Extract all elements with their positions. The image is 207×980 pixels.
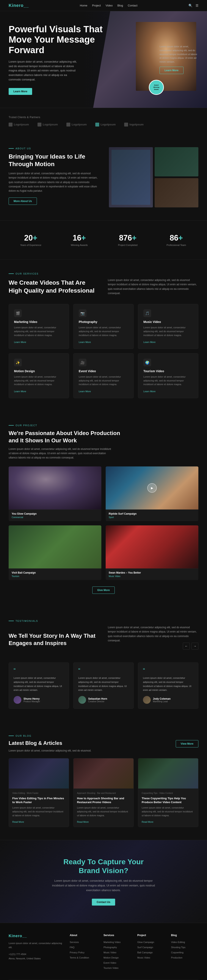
author-avatar-1 xyxy=(14,696,21,704)
testimonials-header: We Tell Your Story In A Way That Engages… xyxy=(9,625,198,654)
blog-readmore-2[interactable]: Read More xyxy=(77,821,88,823)
nav-links: Home Project Video Blog Contact xyxy=(80,4,137,7)
footer-link-faq[interactable]: FAQ xyxy=(70,946,74,948)
service-icon-photo: 📷 xyxy=(79,309,87,317)
hero-learn-more-button[interactable]: Learn More xyxy=(160,67,183,74)
cta-contact-button[interactable]: Contact Us xyxy=(92,899,115,905)
service-link-music[interactable]: Learn More xyxy=(143,341,156,344)
blog-grid: Video Editing · Work Faster Five Video E… xyxy=(9,758,198,827)
client-name-3: Logolpsum xyxy=(72,123,87,126)
stat-number-3: 876+ xyxy=(110,234,146,242)
blog-readmore-1[interactable]: Read More xyxy=(12,821,24,823)
client-name-1: Logolpsum xyxy=(14,123,29,126)
footer-description: Lorem ipsum dolor sit amet, consectetur … xyxy=(9,941,63,949)
blog-readmore-3[interactable]: Read More xyxy=(142,821,153,823)
testimonial-card-2: “ Lorem ipsum dolor sit amet, consectetu… xyxy=(73,662,134,709)
footer-phone: +1(21) 777-4564 xyxy=(9,952,63,956)
testimonial-author-2: Sebastian Horn Creative Director xyxy=(78,696,129,704)
site-logo[interactable]: Kinero__ xyxy=(9,3,29,8)
footer-col-about-heading: About xyxy=(70,934,97,937)
service-desc-event: Lorem ipsum dolor sit amet, consectetur … xyxy=(79,375,128,387)
footer-link-music[interactable]: Music Video xyxy=(104,951,116,954)
service-link-marketing[interactable]: Learn More xyxy=(14,341,26,344)
footer-link-copywriting[interactable]: Copywriting xyxy=(171,951,183,954)
client-logo-1: Logolpsum xyxy=(9,123,29,127)
footer-link-terms[interactable]: Terms & Condition xyxy=(70,956,89,959)
clients-label: Truted Clients & Partners xyxy=(9,116,198,119)
footer-col-about-links: Services FAQ Privacy Policy Terms & Cond… xyxy=(70,940,97,959)
nav-project[interactable]: Project xyxy=(92,4,101,7)
about-image-large xyxy=(109,147,153,207)
footer-link-services[interactable]: Services xyxy=(70,941,79,943)
search-icon[interactable]: 🔍 xyxy=(188,4,193,8)
nav-blog[interactable]: Blog xyxy=(117,4,123,7)
service-link-event[interactable]: Learn More xyxy=(79,390,91,393)
service-link-tourism[interactable]: Learn More xyxy=(143,390,156,393)
author-role-2: Creative Director xyxy=(88,700,107,703)
about-cta-button[interactable]: More About Us xyxy=(9,197,37,205)
portfolio-cat-glow: Commercial xyxy=(12,516,98,519)
portfolio-section: Our Project We're Passionate About Video… xyxy=(0,411,207,607)
hero-cta-button[interactable]: Learn More xyxy=(9,88,32,95)
footer-link-surf[interactable]: Surf Campaign xyxy=(137,946,153,948)
about-description: Lorem ipsum dolor sit amet, consectetur … xyxy=(9,171,98,193)
stat-item-1: 20+ Years of Experience xyxy=(9,229,53,251)
services-description: Lorem ipsum dolor sit amet, consectetur … xyxy=(108,278,198,296)
service-link-motion[interactable]: Learn More xyxy=(14,390,26,393)
nav-home[interactable]: Home xyxy=(80,4,87,7)
nav-video[interactable]: Video xyxy=(106,4,112,7)
footer-link-photography[interactable]: Photography xyxy=(104,946,117,948)
portfolio-cat-band: Music Video xyxy=(109,575,195,578)
hero-badge: AwardWinningStudio xyxy=(149,80,164,95)
service-title-motion: Motion Design xyxy=(14,369,64,373)
about-image-small-2 xyxy=(155,178,199,207)
blog-card-2: Approach Shooting · Bar and Restaurant H… xyxy=(73,758,134,827)
service-title-photo: Photography xyxy=(79,320,128,324)
portfolio-card-glow: You Glow Campaign Commercial xyxy=(9,466,101,521)
client-icon-1 xyxy=(9,123,13,127)
portfolio-cat-walk: Tourism xyxy=(12,575,98,578)
testimonials-section: Testimonials We Tell Your Story In A Way… xyxy=(0,607,207,722)
footer-logo: Kinero__ xyxy=(9,934,63,938)
service-link-photo[interactable]: Learn More xyxy=(79,341,91,344)
footer-col-project-links: Glow Campaign Surf Campaign Bali Campaig… xyxy=(137,940,165,959)
service-icon-marketing: 🎬 xyxy=(14,309,22,317)
portfolio-card-walk: Visit Bali Campaign Tourism xyxy=(9,525,101,580)
portfolio-header: Our Project We're Passionate About Video… xyxy=(9,424,198,460)
service-desc-marketing: Lorem ipsum dolor sit amet, consectetur … xyxy=(14,326,64,337)
portfolio-play-surf[interactable]: ▶ xyxy=(147,483,157,493)
footer-col-blog-links: Video Editing Shooting Tips Copywriting … xyxy=(171,940,198,959)
testimonials-prev-button[interactable]: ← xyxy=(183,643,190,649)
portfolio-title: We're Passionate About Video Production … xyxy=(9,430,121,444)
footer-link-motion[interactable]: Motion Design xyxy=(104,956,119,959)
blog-title-3: These Copywriting Tips Help You Produce … xyxy=(142,797,195,804)
footer-link-event[interactable]: Event Video xyxy=(104,961,116,964)
nav-contact[interactable]: Contact xyxy=(128,4,137,7)
service-title-event: Event Video xyxy=(79,369,128,373)
service-desc-photo: Lorem ipsum dolor sit amet, consectetur … xyxy=(79,326,128,337)
service-title-music: Music Video xyxy=(143,320,193,324)
author-info-2: Sebastian Horn Creative Director xyxy=(88,697,107,703)
portfolio-label-band: Swan Mardes – You Better Music Video xyxy=(106,568,198,580)
author-name-3: Jody Coleman xyxy=(153,697,170,700)
portfolio-title-surf: Riptide Surf Campaign xyxy=(109,512,195,515)
footer-link-privacy[interactable]: Privacy Policy xyxy=(70,951,84,954)
menu-icon[interactable]: ☰ xyxy=(196,4,198,8)
footer-link-production[interactable]: Production xyxy=(171,956,183,959)
portfolio-view-more-button[interactable]: Give More xyxy=(92,587,115,594)
footer-link-tourism[interactable]: Tourism Video xyxy=(104,967,119,969)
footer-link-shooting[interactable]: Shooting Tips xyxy=(171,946,185,948)
testimonials-next-button[interactable]: → xyxy=(191,643,198,649)
footer-link-marketing[interactable]: Marketing Video xyxy=(104,941,120,943)
portfolio-thumb-glow xyxy=(9,466,101,509)
blog-view-more-button[interactable]: View More xyxy=(176,740,198,748)
hero-content: Powerful Visuals That Move Your Message … xyxy=(9,24,112,95)
footer-link-editing[interactable]: Video Editing xyxy=(171,941,185,943)
blog-meta-2: Approach Shooting · Bar and Restaurant xyxy=(77,792,130,794)
footer-link-music-vid[interactable]: Music Video xyxy=(137,956,150,959)
author-role-1: Product Manager xyxy=(24,700,40,703)
footer-col-project: Project Glow Campaign Surf Campaign Bali… xyxy=(137,934,165,971)
blog-meta-1: Video Editing · Work Faster xyxy=(12,792,65,794)
footer-link-bali[interactable]: Bali Campaign xyxy=(137,951,153,954)
footer-link-glow[interactable]: Glow Campaign xyxy=(137,941,154,943)
